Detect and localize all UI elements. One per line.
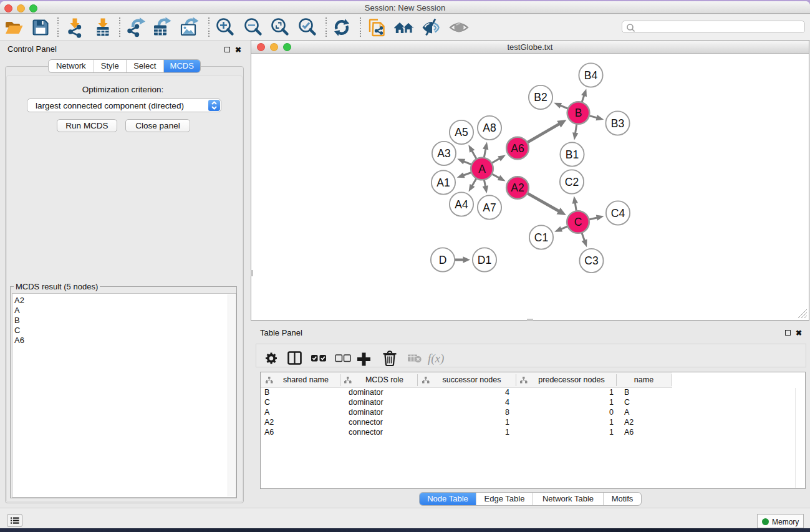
svg-text:D1: D1 [478, 254, 491, 266]
svg-text:A8: A8 [483, 122, 496, 134]
svg-text:B3: B3 [611, 117, 624, 130]
svg-text:A2: A2 [511, 181, 524, 194]
svg-text:C2: C2 [565, 176, 579, 188]
svg-text:A7: A7 [483, 201, 496, 214]
svg-text:f(x): f(x) [428, 352, 444, 365]
svg-text:C1: C1 [534, 231, 548, 244]
svg-text:B2: B2 [534, 91, 547, 104]
svg-text:C4: C4 [611, 207, 625, 220]
svg-text:C3: C3 [584, 254, 598, 267]
svg-text:A: A [478, 163, 486, 175]
svg-text:A3: A3 [437, 147, 450, 160]
svg-text:B1: B1 [566, 148, 579, 161]
svg-text:A4: A4 [455, 198, 468, 211]
svg-text:A5: A5 [455, 126, 468, 138]
svg-text:A6: A6 [511, 142, 524, 155]
svg-text:B: B [575, 107, 582, 119]
svg-text:D: D [439, 254, 447, 266]
svg-text:A1: A1 [436, 177, 450, 189]
svg-text:B4: B4 [584, 69, 598, 82]
svg-text:C: C [574, 216, 582, 228]
